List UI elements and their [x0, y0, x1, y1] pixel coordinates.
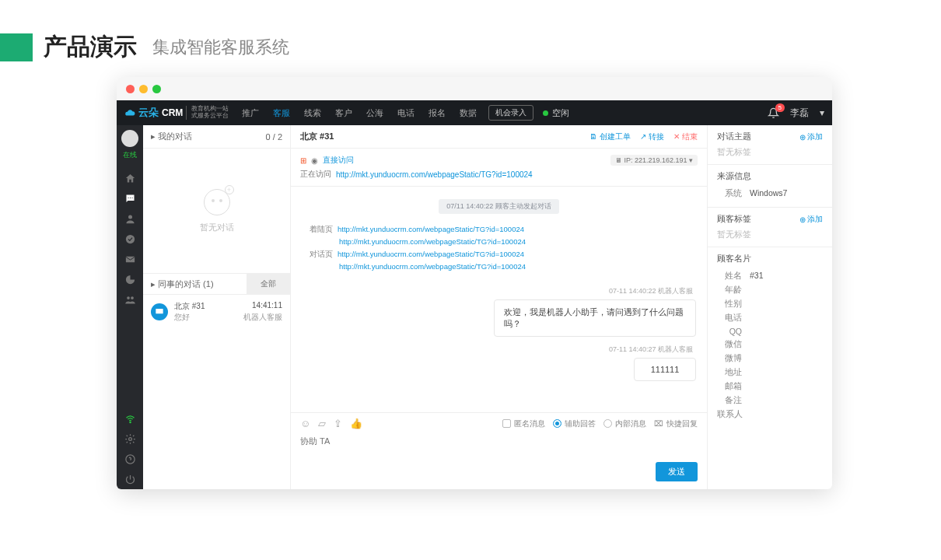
card-email[interactable]: 邮箱 [717, 381, 742, 392]
chrome-icon: ◉ [311, 156, 318, 165]
landing-link[interactable]: http://mkt.yunduocrm.com/webpageStatic/T… [339, 237, 526, 246]
info-panel: 对话主题⊕ 添加 暂无标签 来源信息 系统Windows7 顾客标签⊕ 添加 暂… [708, 125, 832, 489]
conversation-item[interactable]: 北京 #3114:41:11 您好机器人客服 [143, 295, 290, 329]
end-button[interactable]: ✕结束 [673, 131, 698, 142]
empty-face-icon: + [204, 189, 230, 215]
system-value: Windows7 [750, 188, 787, 199]
visiting-label: 正在访问 [300, 169, 331, 180]
nav-signup[interactable]: 报名 [422, 100, 453, 125]
no-tag: 暂无标签 [717, 147, 823, 158]
wifi-icon[interactable] [117, 408, 143, 429]
anon-option[interactable]: 匿名消息 [502, 418, 545, 429]
create-ticket-button[interactable]: 🗎创建工单 [589, 131, 631, 142]
card-name[interactable]: #31 [750, 271, 764, 282]
pie-icon[interactable] [117, 269, 143, 289]
internal-option[interactable]: 内部消息 [603, 418, 646, 429]
nav-public[interactable]: 公海 [359, 100, 390, 125]
group-icon[interactable] [117, 289, 143, 310]
svg-point-7 [131, 296, 134, 299]
card-gender[interactable]: 性别 [717, 299, 742, 310]
svg-point-1 [129, 197, 130, 198]
power-icon[interactable] [117, 469, 143, 489]
card-addr[interactable]: 地址 [717, 367, 742, 378]
nav-promo[interactable]: 推广 [235, 100, 266, 125]
dialog-link[interactable]: http://mkt.yunduocrm.com/webpageStatic/T… [338, 250, 524, 258]
title-main: 产品演示 [44, 31, 137, 63]
timestamp: 07-11 14:40:22 机器人客服 [305, 286, 693, 296]
bot-message: 111111 [634, 358, 696, 381]
conversation-panel: ▸ 我的对话 0 / 2 + 暂无对话 ▸ 同事的对话 (1) 全部 北京 #3… [143, 125, 291, 489]
chevron-down-icon[interactable]: ▾ [820, 107, 824, 118]
status-text: 空闲 [552, 107, 569, 119]
attachment-icon[interactable]: ⇪ [334, 418, 342, 429]
nav-data[interactable]: 数据 [453, 100, 484, 125]
svg-point-2 [131, 197, 132, 198]
card-remark[interactable]: 备注 [717, 395, 742, 406]
accent-block [0, 33, 33, 61]
zoom-dot[interactable] [152, 85, 161, 93]
nav-phone[interactable]: 电话 [390, 100, 422, 125]
chat-icon[interactable] [117, 188, 143, 208]
card-phone[interactable]: 电话 [717, 313, 742, 324]
top-nav: 云朵CRM 教育机构一站式服务云平台 推广 客服 线索 客户 公海 电话 报名 … [117, 100, 832, 125]
check-circle-icon[interactable] [117, 229, 143, 249]
svg-point-3 [128, 215, 132, 219]
visiting-link[interactable]: http://mkt.yunduocrm.com/webpageStatic/T… [336, 170, 533, 179]
link-block: 着陆页http://mkt.yunduocrm.com/webpageStati… [302, 219, 696, 278]
rail-avatar[interactable] [121, 130, 138, 147]
card-qq[interactable]: QQ [717, 327, 742, 336]
svg-point-9 [128, 437, 131, 440]
assist-option[interactable]: 辅助回答 [553, 418, 596, 429]
close-dot[interactable] [126, 85, 135, 93]
image-icon[interactable]: ▱ [318, 418, 326, 429]
add-topic-button[interactable]: ⊕ 添加 [799, 131, 823, 142]
emoji-icon[interactable]: ☺ [300, 418, 310, 429]
no-tag: 暂无标签 [717, 229, 823, 240]
send-button[interactable]: 发送 [656, 462, 698, 481]
topic-title: 对话主题 [717, 131, 751, 142]
landing-link[interactable]: http://mkt.yunduocrm.com/webpageStatic/T… [338, 225, 524, 233]
home-icon[interactable] [117, 168, 143, 188]
all-button[interactable]: 全部 [247, 274, 290, 294]
cloud-icon [124, 107, 135, 118]
nav-service[interactable]: 客服 [266, 100, 297, 125]
tag-title: 顾客标签 [717, 214, 751, 225]
gear-icon[interactable] [117, 429, 143, 449]
mac-titlebar [117, 77, 832, 100]
dialog-link[interactable]: http://mkt.yunduocrm.com/webpageStatic/T… [339, 262, 526, 271]
chat-panel: 北京 #31 🗎创建工单 ↗转接 ✕结束 ⊞ ◉ 直接访问 🖥 IP: 221.… [291, 125, 708, 489]
svg-rect-5 [125, 256, 134, 262]
monitor-small-icon: 🖥 [615, 156, 622, 164]
message-input[interactable] [300, 436, 698, 457]
colleague-header[interactable]: ▸ 同事的对话 (1) 全部 [143, 273, 290, 295]
svg-point-8 [129, 422, 130, 422]
svg-rect-11 [156, 309, 163, 313]
nav-customer[interactable]: 客户 [328, 100, 359, 125]
add-tag-button[interactable]: ⊕ 添加 [799, 214, 823, 225]
card-age[interactable]: 年龄 [717, 285, 742, 296]
card-weibo[interactable]: 微博 [717, 353, 742, 364]
help-icon[interactable] [117, 449, 143, 469]
person-icon[interactable] [117, 208, 143, 229]
logo: 云朵CRM 教育机构一站式服务云平台 [124, 106, 229, 120]
nav-leads[interactable]: 线索 [297, 100, 328, 125]
svg-point-0 [128, 197, 128, 198]
user-name[interactable]: 李磊 [790, 107, 809, 120]
minimize-dot[interactable] [139, 85, 148, 93]
transfer-button[interactable]: ↗转接 [640, 131, 664, 142]
empty-state: + 暂无对话 [143, 149, 290, 273]
transfer-icon: ↗ [640, 132, 646, 141]
card-wechat[interactable]: 微信 [717, 339, 742, 350]
record-button[interactable]: 机会录入 [488, 105, 533, 121]
card-contact[interactable]: 联系人 [717, 409, 743, 420]
bell-icon[interactable]: 5 [768, 107, 779, 119]
thumbs-up-icon[interactable]: 👍 [350, 418, 362, 429]
my-conv-header[interactable]: ▸ 我的对话 0 / 2 [143, 125, 290, 149]
bell-badge: 5 [775, 103, 785, 112]
chat-body[interactable]: 07/11 14:40:22 顾客主动发起对话 着陆页http://mkt.yu… [291, 187, 707, 412]
quick-reply-button[interactable]: ⌧快捷回复 [654, 418, 698, 429]
mail-icon[interactable] [117, 249, 143, 269]
svg-point-6 [127, 296, 130, 299]
logo-suffix: CRM [162, 107, 183, 118]
my-conv-count: 0 / 2 [266, 132, 282, 142]
